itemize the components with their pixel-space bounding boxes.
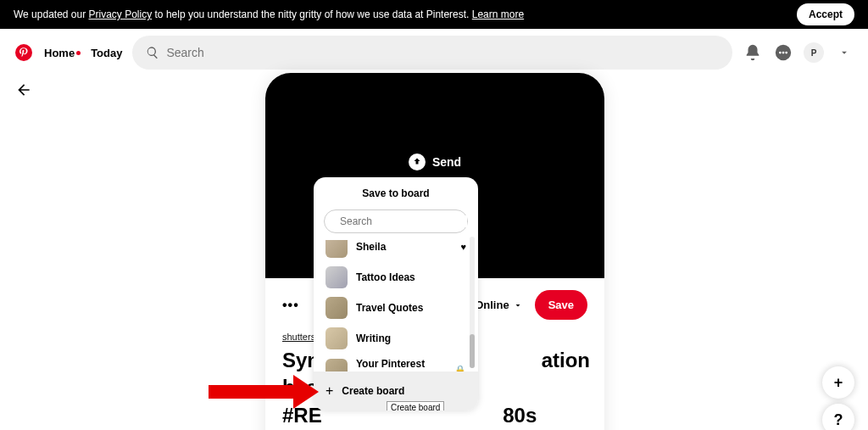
board-search-input[interactable] [340, 215, 467, 227]
search-icon [146, 46, 159, 59]
svg-point-3 [782, 52, 785, 54]
board-name: Travel Quotes [356, 302, 423, 314]
plus-icon: + [326, 383, 333, 399]
messages-icon[interactable] [773, 42, 793, 63]
board-item[interactable]: Tattoo Ideas [314, 262, 478, 293]
scrollbar[interactable] [470, 237, 475, 368]
board-item[interactable]: Sheila♥ [314, 240, 478, 262]
back-arrow[interactable] [15, 81, 32, 102]
board-thumb [326, 359, 348, 371]
more-icon[interactable]: ••• [282, 298, 299, 313]
send-label: Send [432, 155, 461, 169]
banner-mid: to help you understand the nitty gritty … [152, 8, 472, 20]
send-icon [409, 154, 426, 170]
pinterest-logo[interactable] [14, 42, 34, 63]
svg-point-2 [779, 52, 782, 54]
board-thumb [326, 297, 348, 319]
add-fab[interactable]: + [822, 366, 854, 399]
privacy-policy-link[interactable]: Privacy Policy [89, 8, 153, 20]
banner-text: We updated our Privacy Policy to help yo… [14, 8, 524, 20]
save-button[interactable]: Save [535, 290, 587, 320]
board-item[interactable]: Your Pinterest Likes🔒 [314, 354, 478, 371]
board-item[interactable]: Writing [314, 323, 478, 354]
board-name: Tattoo Ideas [356, 271, 415, 283]
svg-point-4 [785, 52, 787, 54]
annotation-arrow [209, 375, 319, 409]
chevron-down-icon[interactable] [834, 42, 854, 63]
bell-icon[interactable] [743, 42, 763, 63]
accept-button[interactable]: Accept [797, 3, 854, 25]
search-bar[interactable] [132, 36, 732, 70]
search-input[interactable] [166, 46, 719, 59]
learn-more-link[interactable]: Learn more [472, 8, 524, 20]
help-fab[interactable]: ? [822, 404, 854, 430]
chevron-down-icon [513, 300, 523, 310]
nav-home-label: Home [44, 47, 75, 59]
board-name: Sheila [356, 241, 386, 253]
board-name: Writing [356, 332, 391, 344]
board-item[interactable]: Travel Quotes [314, 293, 478, 323]
popover-title: Save to board [314, 177, 478, 206]
user-avatar[interactable]: P [804, 42, 824, 63]
board-thumb [326, 266, 348, 288]
save-board-popover: Save to board Sheila♥ Tattoo Ideas Trave… [314, 177, 478, 410]
create-board-button[interactable]: + Create board Create board [314, 371, 478, 410]
board-name: Your Pinterest Likes [356, 358, 446, 371]
scrollbar-thumb[interactable] [470, 334, 475, 368]
lock-icon: 🔒 [454, 365, 466, 372]
privacy-banner: We updated our Privacy Policy to help yo… [0, 0, 868, 29]
header: Home Today P [0, 29, 868, 76]
nav-today[interactable]: Today [91, 47, 122, 59]
banner-prefix: We updated our [14, 8, 89, 20]
board-search[interactable] [324, 209, 468, 233]
svg-point-0 [15, 44, 32, 61]
board-thumb [326, 240, 348, 258]
create-board-label: Create board [342, 385, 404, 397]
heart-icon: ♥ [460, 242, 466, 252]
notification-dot [76, 51, 81, 55]
svg-rect-5 [209, 385, 293, 399]
nav-home[interactable]: Home [44, 47, 81, 59]
create-board-tooltip: Create board [387, 401, 444, 410]
board-list[interactable]: Sheila♥ Tattoo Ideas Travel Quotes Writi… [314, 240, 478, 371]
svg-marker-6 [293, 375, 319, 409]
send-action[interactable]: Send [409, 154, 461, 170]
board-thumb [326, 327, 348, 349]
